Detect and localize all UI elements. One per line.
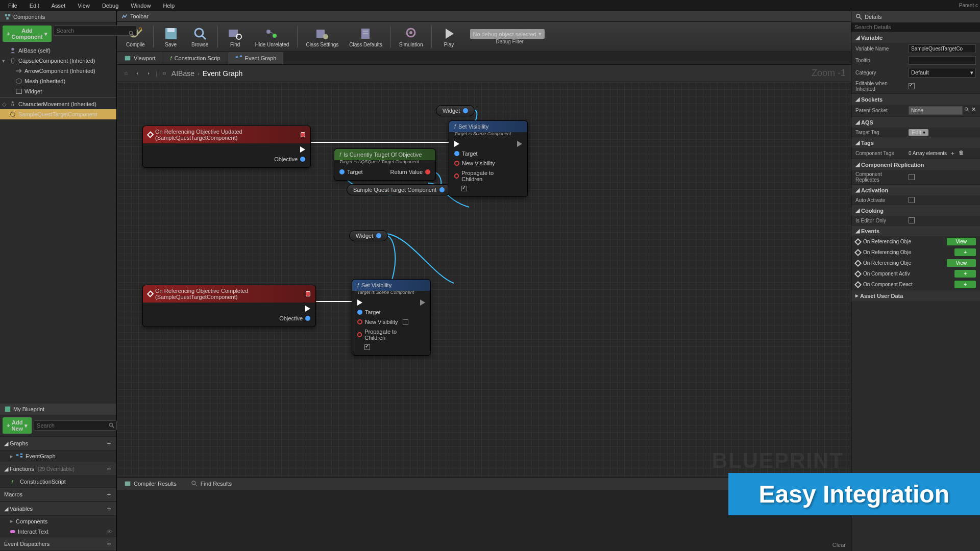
bp-item-construction[interactable]: fConstructionScript	[0, 476, 116, 487]
debug-object-selector[interactable]: No debug object selected▾	[470, 29, 545, 39]
cat-variable[interactable]: ◢Variable	[851, 32, 980, 43]
add-macro-button[interactable]: ＋	[106, 490, 112, 499]
cat-events[interactable]: ◢Events	[851, 225, 980, 236]
save-button[interactable]: Save	[157, 25, 185, 48]
add-component-button[interactable]: +Add Component ▾	[3, 26, 52, 42]
tree-item-aibase[interactable]: AIBase (self)	[0, 45, 116, 56]
components-search-input[interactable]	[54, 26, 137, 36]
node-event-objective-completed[interactable]: On Referencing Objective Completed (Samp…	[142, 285, 316, 327]
tree-item-widget[interactable]: Widget	[0, 86, 116, 96]
replicates-checkbox[interactable]	[909, 174, 915, 180]
menu-debug[interactable]: Debug	[96, 1, 125, 10]
objective-pin[interactable]	[300, 157, 305, 162]
details-search-input[interactable]	[851, 22, 980, 32]
tree-item-samplequest[interactable]: SampleQuestTargetComponent	[0, 109, 116, 119]
sample-quest-pin[interactable]	[439, 187, 445, 192]
bp-item-interact-text[interactable]: Interact Text👁	[0, 527, 116, 537]
exec-out-pin[interactable]	[420, 299, 425, 306]
event-add-button[interactable]: +	[954, 270, 976, 278]
components-tab[interactable]: Components	[0, 11, 116, 23]
parent-socket-input[interactable]	[909, 106, 963, 115]
blueprint-search-input[interactable]	[34, 420, 117, 431]
nav-home-icon[interactable]	[160, 69, 168, 78]
pill-sample-quest[interactable]: Sample Quest Target Component	[347, 184, 451, 195]
menu-view[interactable]: View	[71, 1, 96, 10]
bp-item-components-var[interactable]: ▸Components	[0, 516, 116, 527]
menu-help[interactable]: Help	[157, 1, 181, 10]
propagate-pin[interactable]	[454, 173, 459, 179]
visibility-checkbox[interactable]	[403, 319, 408, 325]
variable-name-input[interactable]	[909, 44, 976, 53]
cat-aqs[interactable]: ◢AQS	[851, 116, 980, 128]
exec-out-pin[interactable]	[300, 146, 305, 153]
node-set-visibility-1[interactable]: fSet Visibility Target is Scene Componen…	[449, 120, 528, 197]
my-blueprint-tab[interactable]: My Blueprint	[0, 404, 116, 415]
tab-construction[interactable]: fConstruction Scrip	[163, 52, 228, 64]
bp-section-variables[interactable]: ◢Variables＋	[0, 502, 116, 516]
objective-pin-2[interactable]	[305, 316, 310, 321]
cat-replication[interactable]: ◢Component Replication	[851, 159, 980, 170]
propagate-checkbox-2[interactable]	[364, 344, 370, 350]
editor-only-checkbox[interactable]	[909, 217, 915, 223]
exec-out-pin[interactable]	[305, 306, 310, 312]
category-select[interactable]: Default▾	[909, 68, 976, 78]
widget-pin[interactable]	[463, 108, 468, 113]
add-graph-button[interactable]: ＋	[106, 439, 112, 448]
class-settings-button[interactable]: Class Settings	[301, 25, 344, 48]
node-set-visibility-2[interactable]: fSet Visibility Target is Scene Componen…	[352, 279, 431, 356]
tab-viewport[interactable]: Viewport	[117, 52, 163, 64]
propagate-pin-2[interactable]	[357, 332, 362, 337]
event-view-button[interactable]: View	[947, 238, 976, 245]
editable-checkbox[interactable]	[909, 83, 915, 89]
tab-event-graph[interactable]: Event Graph	[228, 52, 284, 64]
cat-sockets[interactable]: ◢Sockets	[851, 93, 980, 105]
play-button[interactable]: Play	[435, 25, 463, 48]
nav-forward-icon[interactable]	[144, 69, 153, 78]
bp-item-eventgraph[interactable]: ▸EventGraph	[0, 450, 116, 462]
node-is-currently-target[interactable]: fIs Currently Target Of Objective Target…	[334, 148, 436, 181]
find-button[interactable]: Find	[221, 25, 250, 48]
pill-widget-1[interactable]: Widget	[436, 105, 475, 116]
menu-edit[interactable]: Edit	[23, 1, 45, 10]
add-dispatcher-button[interactable]: ＋	[106, 539, 112, 548]
hide-unrelated-button[interactable]: Hide Unrelated	[250, 25, 295, 48]
event-delegate-pin[interactable]	[306, 291, 310, 296]
exec-out-pin[interactable]	[517, 141, 522, 147]
breadcrumb-current[interactable]: Event Graph	[203, 69, 243, 78]
widget-pin-2[interactable]	[376, 233, 381, 238]
graph-canvas[interactable]: On Referencing Objective Updated (Sample…	[117, 82, 851, 477]
bp-section-macros[interactable]: Macros＋	[0, 487, 116, 502]
menu-file[interactable]: File	[2, 1, 23, 10]
details-tab[interactable]: Details	[851, 11, 980, 22]
clear-button[interactable]: Clear	[832, 542, 846, 548]
return-value-pin[interactable]	[425, 169, 430, 174]
bp-section-functions[interactable]: ◢Functions(29 Overridable)＋	[0, 462, 116, 476]
class-defaults-button[interactable]: Class Defaults	[344, 25, 387, 48]
add-new-button[interactable]: +Add New ▾	[3, 417, 32, 434]
search-icon[interactable]	[964, 106, 970, 113]
tree-item-arrow[interactable]: ArrowComponent (Inherited)	[0, 66, 116, 76]
exec-in-pin[interactable]	[454, 141, 459, 147]
pill-widget-2[interactable]: Widget	[349, 230, 388, 241]
breadcrumb-parent[interactable]: AIBase	[172, 69, 194, 78]
menu-window[interactable]: Window	[125, 1, 157, 10]
exec-in-pin[interactable]	[357, 299, 362, 306]
event-add-button[interactable]: +	[954, 248, 976, 256]
tree-item-charmovement[interactable]: ◇CharacterMovement (Inherited)	[0, 99, 116, 109]
event-view-button[interactable]: View	[947, 259, 976, 267]
bp-section-graphs[interactable]: ◢Graphs＋	[0, 436, 116, 450]
tab-compiler-results[interactable]: Compiler Results	[117, 478, 184, 490]
tab-find-results[interactable]: Find Results	[184, 478, 239, 490]
propagate-checkbox-1[interactable]	[461, 186, 467, 191]
simulation-button[interactable]: Simulation	[394, 25, 428, 48]
target-pin[interactable]	[454, 151, 459, 156]
nav-back-icon[interactable]	[133, 69, 141, 78]
browse-button[interactable]: Browse	[186, 25, 214, 48]
array-clear-button[interactable]: 🗑	[959, 149, 964, 157]
target-in-pin[interactable]	[339, 169, 345, 174]
tree-item-mesh[interactable]: Mesh (Inherited)	[0, 76, 116, 86]
clear-socket-button[interactable]: ✕	[971, 106, 976, 115]
event-delegate-pin[interactable]	[301, 132, 305, 137]
favorite-icon[interactable]	[122, 69, 130, 78]
cat-tags[interactable]: ◢Tags	[851, 137, 980, 148]
